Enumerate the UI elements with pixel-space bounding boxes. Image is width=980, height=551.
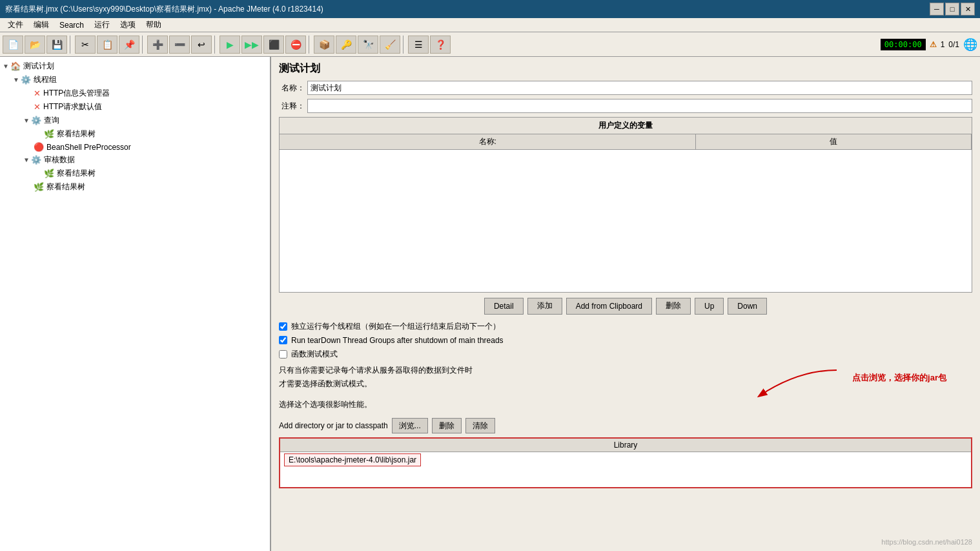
panel-title: 测试计划 [279, 62, 972, 76]
help-button[interactable]: ❓ [430, 36, 451, 54]
lib-table-row: E:\tools\apache-jmeter-4.0\lib\json.jar [280, 452, 971, 468]
checkbox3[interactable] [279, 350, 287, 359]
stop-now-button[interactable]: ⛔ [285, 36, 306, 54]
collapse-button[interactable]: ➖ [169, 36, 190, 54]
tree-item-thread-group[interactable]: ▼ ⚙️ 线程组 [3, 73, 267, 87]
http-defaults-icon: ✕ [34, 102, 41, 112]
expand-arrow-query: ▼ [23, 117, 30, 124]
window-controls: ─ □ ✕ [930, 3, 975, 16]
tree-item-result-tree-2[interactable]: 🌿 察看结果树 [3, 167, 267, 180]
expand-arrow-audit: ▼ [23, 156, 30, 163]
tree-item-result-tree-1[interactable]: 🌿 察看结果树 [3, 127, 267, 141]
copy-button[interactable]: 📋 [97, 36, 117, 54]
checkbox1[interactable] [279, 322, 287, 331]
open-button[interactable]: 📂 [25, 36, 45, 54]
key-button[interactable]: 🔑 [336, 36, 356, 54]
remove-classpath-button[interactable]: 删除 [432, 418, 462, 433]
var-col-value: 值 [696, 134, 972, 150]
comment-input[interactable] [307, 99, 972, 113]
watermark: https://blog.csdn.net/hai0128 [881, 538, 972, 546]
warning-count: 1 [941, 40, 945, 49]
result-tree-3-icon: 🌿 [34, 182, 44, 192]
toolbar-clock-area: 00:00:00 ⚠ 1 0/1 🌐 [881, 37, 977, 52]
minimize-button[interactable]: ─ [930, 3, 944, 16]
delete-var-button[interactable]: 删除 [656, 298, 691, 315]
tree-label-http-defaults: HTTP请求默认值 [43, 101, 102, 112]
warning-indicator: ⚠ [930, 40, 937, 49]
tree-item-query[interactable]: ▼ ⚙️ 查询 [3, 114, 267, 127]
checkbox2[interactable] [279, 336, 287, 344]
reset-button[interactable]: ↩ [191, 36, 212, 54]
classpath-row: Add directory or jar to classpath 浏览... … [279, 418, 972, 433]
menu-run[interactable]: 运行 [89, 18, 115, 32]
toolbar: 📄 📂 💾 ✂ 📋 📌 ➕ ➖ ↩ ▶ ▶▶ ⬛ ⛔ 📦 🔑 🔭 🧹 ☰ ❓ 0… [0, 32, 980, 57]
toolbar-sep-4 [309, 36, 311, 54]
expand-arrow-tg: ▼ [13, 76, 19, 83]
classpath-label: Add directory or jar to classpath [279, 421, 388, 430]
checkbox3-row: 函数测试模式 [279, 349, 972, 360]
http-header-icon: ✕ [34, 88, 41, 98]
tree-panel[interactable]: ▼ 🏠 测试计划 ▼ ⚙️ 线程组 ✕ HTTP信息头管理器 ✕ HTTP请求默… [0, 57, 271, 551]
add-button[interactable]: 添加 [527, 298, 562, 315]
new-button[interactable]: 📄 [3, 36, 23, 54]
expand-button[interactable]: ➕ [147, 36, 168, 54]
clear-classpath-button[interactable]: 清除 [465, 418, 495, 433]
play-button[interactable]: ▶ [219, 36, 240, 54]
toolbar-sep-3 [214, 36, 217, 54]
up-button[interactable]: Up [695, 298, 724, 315]
binoculars-button[interactable]: 🔭 [358, 36, 378, 54]
tree-label-test-plan: 测试计划 [23, 61, 54, 72]
tree-item-test-plan[interactable]: ▼ 🏠 测试计划 [3, 59, 267, 73]
checkbox3-label: 函数测试模式 [291, 349, 338, 360]
title-bar: 察看结果树.jmx (C:\Users\syxy999\Desktop\察看结果… [0, 0, 980, 18]
menu-file[interactable]: 文件 [3, 18, 28, 32]
cut-button[interactable]: ✂ [75, 36, 96, 54]
clock-display: 00:00:00 [881, 39, 926, 50]
query-icon: ⚙️ [31, 116, 41, 125]
menu-edit[interactable]: 编辑 [28, 18, 54, 32]
name-label: 名称： [279, 83, 305, 94]
detail-button[interactable]: Detail [484, 298, 524, 315]
comment-label: 注释： [279, 101, 305, 112]
menu-search[interactable]: Search [54, 19, 89, 31]
name-input[interactable] [307, 81, 972, 95]
audit-icon: ⚙️ [31, 155, 41, 165]
tree-item-http-header[interactable]: ✕ HTTP信息头管理器 [3, 87, 267, 100]
toolbar-sep-2 [142, 36, 145, 54]
jar-button[interactable]: 📦 [314, 36, 334, 54]
var-section-title: 用户定义的变量 [280, 118, 972, 134]
browse-button[interactable]: 浏览... [392, 418, 428, 433]
fraction-display: 0/1 [948, 40, 959, 49]
tree-item-beanshell[interactable]: 🔴 BeanShell PreProcessor [3, 141, 267, 153]
maximize-button[interactable]: □ [945, 3, 959, 16]
add-from-clipboard-button[interactable]: Add from Clipboard [566, 298, 652, 315]
menu-help[interactable]: 帮助 [141, 18, 167, 32]
menu-options[interactable]: 选项 [115, 18, 141, 32]
broom-button[interactable]: 🧹 [380, 36, 400, 54]
desc-area: 只有当你需要记录每个请求从服务器取得的数据到文件时 才需要选择函数测试模式。 选… [279, 364, 972, 412]
close-button[interactable]: ✕ [961, 3, 975, 16]
tree-label-result-tree-3: 察看结果树 [46, 182, 85, 192]
play-all-button[interactable]: ▶▶ [241, 36, 262, 54]
content-panel: 测试计划 名称： 注释： 用户定义的变量 名称: 值 [271, 57, 980, 551]
tree-label-result-tree-2: 察看结果树 [57, 168, 96, 179]
tree-label-http-header: HTTP信息头管理器 [43, 88, 110, 99]
checkbox2-row: Run tearDown Thread Groups after shutdow… [279, 336, 972, 345]
tree-label-audit: 审核数据 [44, 154, 75, 165]
main-layout: ▼ 🏠 测试计划 ▼ ⚙️ 线程组 ✕ HTTP信息头管理器 ✕ HTTP请求默… [0, 57, 980, 551]
list-button[interactable]: ☰ [408, 36, 429, 54]
tree-item-result-tree-3[interactable]: 🌿 察看结果树 [3, 180, 267, 194]
comment-row: 注释： [279, 99, 972, 113]
save-button[interactable]: 💾 [46, 36, 67, 54]
stop-button[interactable]: ⬛ [263, 36, 284, 54]
tree-label-query: 查询 [44, 115, 59, 126]
checkbox2-label: Run tearDown Thread Groups after shutdow… [291, 336, 504, 345]
toolbar-sep-5 [403, 36, 405, 54]
tree-label-thread-group: 线程组 [34, 74, 57, 85]
tree-item-http-defaults[interactable]: ✕ HTTP请求默认值 [3, 100, 267, 114]
result-tree-1-icon: 🌿 [44, 129, 54, 139]
paste-button[interactable]: 📌 [119, 36, 139, 54]
down-button[interactable]: Down [728, 298, 767, 315]
menu-bar: 文件 编辑 Search 运行 选项 帮助 [0, 18, 980, 32]
tree-item-audit[interactable]: ▼ ⚙️ 审核数据 [3, 153, 267, 167]
